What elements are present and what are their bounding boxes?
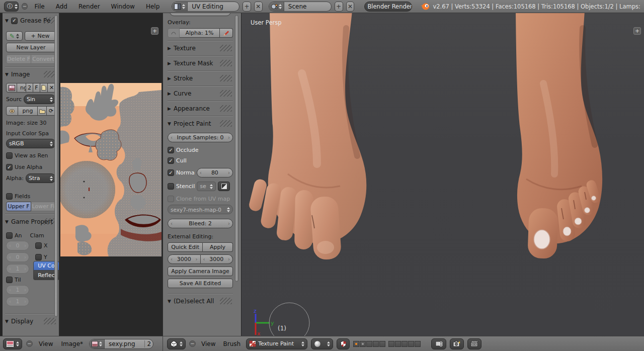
clone-checkbox[interactable]: ✓ xyxy=(168,196,174,202)
panel-drag-grip[interactable] xyxy=(220,120,232,127)
menu-view[interactable]: View xyxy=(37,340,55,347)
editor-type-button[interactable]: ⓘ xyxy=(4,2,19,12)
tiles-y-stepper[interactable]: ‹ 1 › xyxy=(6,297,29,306)
stepper-right-icon[interactable]: › xyxy=(24,287,26,293)
menu-add[interactable]: Add xyxy=(52,3,71,10)
fields-checkbox[interactable]: ✓ xyxy=(6,193,13,200)
add-layout-button[interactable]: + xyxy=(243,2,251,12)
layer-cell[interactable] xyxy=(373,341,379,347)
scene-lock-button[interactable] xyxy=(431,338,446,349)
opengl-render-anim-button[interactable] xyxy=(467,338,481,349)
viewport-3d[interactable]: z y x User Persp (1) + xyxy=(242,13,644,336)
expand-panel-button[interactable]: + xyxy=(151,27,158,35)
panel-header-deselect-all[interactable]: ▼ (De)select All xyxy=(168,297,233,306)
image-browse-button[interactable] xyxy=(6,83,17,93)
layer-cell[interactable] xyxy=(379,341,385,347)
panel-header-texture[interactable]: ▶ Texture xyxy=(168,44,233,53)
collapse-menus-icon[interactable]: − xyxy=(189,340,196,347)
external-height-stepper[interactable]: ‹ 3000 › xyxy=(201,254,233,264)
panel-header-project-paint[interactable]: ▼ Project Paint xyxy=(168,119,233,128)
panel-header-grease-pencil[interactable]: ▼ ✓ Grease Pe xyxy=(5,16,57,25)
new-layer-button[interactable]: New Layer xyxy=(6,43,56,52)
stepper-left-icon[interactable]: ‹ xyxy=(9,299,11,304)
image-datablock-selector[interactable]: sexy.png 2 xyxy=(89,339,153,349)
stepper-left-icon[interactable]: ‹ xyxy=(9,254,11,260)
editor-type-button[interactable] xyxy=(3,338,22,349)
stepper-left-icon[interactable]: ‹ xyxy=(171,256,173,262)
grease-pencil-source-dropdown[interactable]: ✎ xyxy=(6,31,23,41)
normal-angle-stepper[interactable]: ‹ 80 › xyxy=(197,168,233,178)
grease-pencil-checkbox[interactable]: ✓ xyxy=(11,18,18,24)
layer-cell[interactable] xyxy=(366,341,372,347)
tool-shelf-scrollbar[interactable] xyxy=(235,15,238,282)
opengl-render-button[interactable] xyxy=(450,338,464,349)
alpha-mode-dropdown[interactable]: Stra xyxy=(26,173,56,183)
layer-cell[interactable] xyxy=(388,341,394,347)
clipped-slider[interactable] xyxy=(170,13,231,16)
menu-file[interactable]: File xyxy=(31,3,49,10)
panel-drag-grip[interactable] xyxy=(220,75,232,81)
delete-scene-button[interactable]: ✕ xyxy=(346,2,355,12)
stepper-right-icon[interactable]: › xyxy=(228,221,230,226)
new-image-button[interactable] xyxy=(40,83,48,93)
panel-header-stroke[interactable]: ▶ Stroke xyxy=(168,74,233,83)
panel-header-game-properties[interactable]: ▼ Game Propert xyxy=(5,217,57,226)
collapse-menus-icon[interactable]: − xyxy=(26,340,33,347)
stepper-left-icon[interactable]: ‹ xyxy=(9,287,11,293)
add-scene-button[interactable]: + xyxy=(335,2,343,12)
image-name-field[interactable]: ng xyxy=(17,83,26,93)
layer-cell-active[interactable] xyxy=(353,341,359,347)
stepper-left-icon[interactable]: ‹ xyxy=(171,221,173,226)
use-alpha-checkbox[interactable]: ✓ xyxy=(6,164,13,170)
mode-dropdown[interactable]: Texture Paint xyxy=(246,338,307,349)
image-users-button[interactable]: 2 xyxy=(26,83,33,93)
panel-header-appearance[interactable]: ▶ Appearance xyxy=(168,104,233,113)
panel-header-texture-mask[interactable]: ▶ Texture Mask xyxy=(168,59,233,68)
brush-icon[interactable] xyxy=(220,28,233,38)
panel-drag-grip[interactable] xyxy=(220,90,232,97)
stepper-right-icon[interactable]: › xyxy=(24,266,26,272)
menu-window[interactable]: Window xyxy=(107,3,139,10)
anim-speed-stepper[interactable]: ‹ 1 › xyxy=(6,264,29,274)
editor-type-button[interactable] xyxy=(167,338,186,349)
overlay-alpha-slider[interactable]: Alpha: 1% xyxy=(180,28,220,38)
scene-selector[interactable]: Scene xyxy=(269,2,332,12)
texture-image[interactable] xyxy=(60,83,162,256)
panel-drag-grip[interactable] xyxy=(220,60,232,66)
external-width-stepper[interactable]: ‹ 3000 › xyxy=(168,254,201,264)
filepath-icon-button[interactable] xyxy=(6,106,18,116)
input-samples-stepper[interactable]: ‹ Input Samples: 0 › xyxy=(168,133,233,142)
expand-properties-button[interactable]: + xyxy=(633,27,641,35)
stencil-checkbox[interactable]: ✓ xyxy=(168,183,174,190)
stepper-right-icon[interactable]: › xyxy=(196,256,198,262)
viewport-shading-dropdown[interactable] xyxy=(311,338,333,349)
stepper-right-icon[interactable]: › xyxy=(228,256,230,262)
delete-frame-button[interactable]: Delete F xyxy=(6,54,31,64)
menu-render[interactable]: Render xyxy=(74,3,104,10)
image-users-count[interactable]: 2 xyxy=(144,340,153,347)
occlude-checkbox[interactable]: ✓ xyxy=(168,147,174,153)
panel-drag-grip[interactable] xyxy=(220,45,232,51)
screen-layout-selector[interactable]: UV Editing xyxy=(172,2,239,12)
stepper-right-icon[interactable]: › xyxy=(24,254,26,260)
panel-header-curve[interactable]: ▶ Curve xyxy=(168,89,233,98)
lower-first-toggle[interactable]: Lower Fi xyxy=(31,202,56,211)
clone-map-dropdown[interactable]: sexy7-mesh-map-0 xyxy=(168,205,233,214)
layer-cell[interactable] xyxy=(360,341,366,347)
layers-widget[interactable] xyxy=(353,341,421,347)
stepper-right-icon[interactable]: › xyxy=(228,135,230,140)
clamp-y-checkbox[interactable]: ✓ xyxy=(35,254,42,260)
panel-drag-grip[interactable] xyxy=(220,298,232,304)
cull-checkbox[interactable]: ✓ xyxy=(168,157,174,164)
menu-image[interactable]: Image* xyxy=(59,340,85,347)
menu-view[interactable]: View xyxy=(199,340,217,347)
stepper-right-icon[interactable]: › xyxy=(24,299,26,304)
grease-new-button[interactable]: + New xyxy=(25,31,56,41)
normal-checkbox[interactable]: ✓ xyxy=(168,169,174,176)
tiles-x-stepper[interactable]: ‹ 1 › xyxy=(6,285,29,295)
stencil-layer-dropdown[interactable]: se xyxy=(197,182,216,191)
delete-layout-button[interactable]: ✕ xyxy=(254,2,263,12)
panel-drag-grip[interactable] xyxy=(44,318,56,324)
pivot-point-button[interactable] xyxy=(337,338,350,349)
stepper-left-icon[interactable]: ‹ xyxy=(9,266,11,272)
